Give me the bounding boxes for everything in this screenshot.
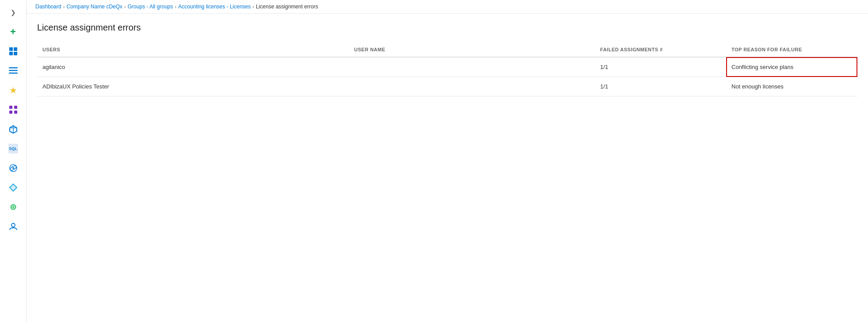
main-content: Dashboard › Company Name cDeQx › Groups … <box>27 0 868 322</box>
grid-icon <box>8 105 18 115</box>
expand-sidebar-button[interactable]: ❯ <box>3 4 24 21</box>
svg-rect-1 <box>14 47 17 51</box>
column-header-failed: FAILED ASSIGNMENTS # <box>595 43 726 57</box>
sidebar-item-orbit[interactable] <box>3 159 24 177</box>
breadcrumb-groups[interactable]: Groups - All groups <box>128 4 173 10</box>
content-area: License assignment errors USERS USER NAM… <box>27 14 868 322</box>
cell-username <box>349 77 595 96</box>
svg-rect-6 <box>9 73 18 74</box>
cell-failed-assignments: 1/1 <box>595 57 726 77</box>
svg-rect-3 <box>14 52 17 55</box>
breadcrumb-company[interactable]: Company Name cDeQx <box>66 4 122 10</box>
cell-users: ADIbizaUX Policies Tester <box>37 77 349 96</box>
table-row[interactable]: agilanico1/1Conflicting service plans <box>37 57 857 77</box>
svg-rect-9 <box>9 111 12 114</box>
svg-point-22 <box>11 223 15 227</box>
cell-users: agilanico <box>37 57 349 77</box>
list-icon <box>8 66 18 76</box>
breadcrumb-licenses[interactable]: Accounting licenses - Licenses <box>178 4 251 10</box>
plus-icon: + <box>8 27 18 37</box>
svg-rect-8 <box>14 106 17 109</box>
breadcrumb-sep-2: › <box>124 4 126 9</box>
column-header-users: USERS <box>37 43 349 57</box>
sql-icon: SQL <box>8 144 18 153</box>
chevron-right-icon: ❯ <box>8 8 18 17</box>
sidebar-item-user[interactable] <box>3 218 24 235</box>
svg-marker-18 <box>10 184 17 191</box>
breadcrumb-current: License assignment errors <box>256 4 318 10</box>
orbit-icon <box>8 163 18 173</box>
table-row[interactable]: ADIbizaUX Policies Tester1/1Not enough l… <box>37 77 857 96</box>
breadcrumb-sep-1: › <box>63 4 65 9</box>
sidebar-item-monitor[interactable] <box>3 198 24 216</box>
star-icon: ★ <box>8 85 18 95</box>
table-header-row: USERS USER NAME FAILED ASSIGNMENTS # TOP… <box>37 43 857 57</box>
column-header-reason: TOP REASON FOR FAILURE <box>726 43 857 57</box>
breadcrumb-dashboard[interactable]: Dashboard <box>35 4 61 10</box>
sidebar-item-dashboard[interactable] <box>3 42 24 60</box>
eye-icon <box>8 202 18 212</box>
cell-reason: Conflicting service plans <box>726 57 857 77</box>
svg-point-16 <box>12 167 14 169</box>
dashboard-icon <box>8 46 18 56</box>
sidebar-item-sql[interactable]: SQL <box>3 140 24 157</box>
svg-rect-5 <box>9 70 18 71</box>
cell-username <box>349 57 595 77</box>
diamond-icon <box>8 183 18 192</box>
breadcrumb-sep-3: › <box>175 4 177 9</box>
svg-rect-4 <box>9 67 18 69</box>
cell-reason: Not enough licenses <box>726 77 857 96</box>
breadcrumb-sep-4: › <box>252 4 254 9</box>
add-button[interactable]: + <box>3 23 24 41</box>
sidebar-item-resources[interactable] <box>3 120 24 138</box>
sidebar: ❯ + ★ <box>0 0 27 322</box>
package-icon <box>8 124 18 134</box>
breadcrumb: Dashboard › Company Name cDeQx › Groups … <box>27 0 868 14</box>
cell-failed-assignments: 1/1 <box>595 77 726 96</box>
user-icon <box>8 222 18 231</box>
column-header-username: USER NAME <box>349 43 595 57</box>
svg-point-21 <box>12 206 14 208</box>
svg-rect-2 <box>9 52 13 55</box>
svg-rect-7 <box>9 106 12 109</box>
sidebar-item-apps[interactable] <box>3 101 24 119</box>
sidebar-item-diamond[interactable] <box>3 179 24 196</box>
sidebar-item-favorites[interactable]: ★ <box>3 81 24 99</box>
svg-rect-10 <box>14 111 17 114</box>
svg-rect-0 <box>9 47 13 51</box>
sidebar-item-all-services[interactable] <box>3 62 24 80</box>
license-errors-table: USERS USER NAME FAILED ASSIGNMENTS # TOP… <box>37 43 857 96</box>
page-title: License assignment errors <box>37 23 857 33</box>
